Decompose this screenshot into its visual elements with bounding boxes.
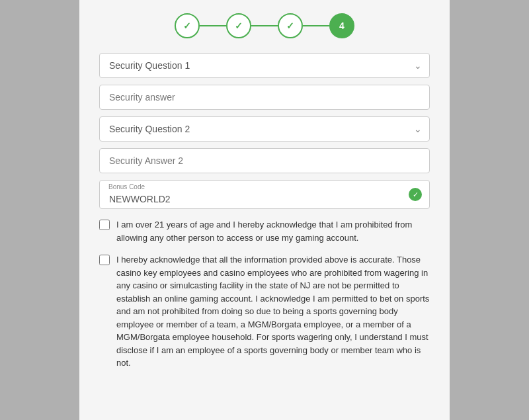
age-checkbox[interactable] — [99, 220, 110, 230]
security-answer-1-input[interactable] — [99, 85, 430, 110]
security-question-2-select[interactable]: Security Question 2 — [99, 116, 430, 142]
step-2: ✓ — [226, 13, 251, 38]
info-checkbox-label[interactable]: I hereby acknowledge that all the inform… — [116, 253, 430, 370]
bonus-code-input[interactable] — [99, 180, 430, 209]
step-1: ✓ — [175, 13, 200, 38]
age-checkbox-item: I am over 21 years of age and I hereby a… — [99, 218, 430, 244]
step-line-3 — [303, 25, 329, 26]
info-checkbox[interactable] — [99, 255, 110, 265]
step-line-2 — [251, 25, 278, 26]
step-4: 4 — [329, 13, 354, 38]
security-question-1-group: Security Question 1 ⌄ — [99, 53, 430, 78]
bonus-code-group: Bonus Code ✓ — [99, 180, 430, 209]
stepper: ✓ ✓ ✓ 4 — [99, 13, 430, 38]
security-question-1-select[interactable]: Security Question 1 — [99, 53, 430, 78]
bonus-code-label: Bonus Code — [108, 183, 145, 190]
bonus-check-icon: ✓ — [409, 188, 422, 201]
step-line-1 — [200, 25, 226, 26]
security-question-2-group: Security Question 2 ⌄ — [99, 116, 430, 142]
checkboxes-section: I am over 21 years of age and I hereby a… — [99, 218, 430, 370]
page-container: ✓ ✓ ✓ 4 Security Question 1 ⌄ Security Q… — [79, 0, 450, 420]
security-answer-2-group — [99, 148, 430, 173]
step-3: ✓ — [278, 13, 303, 38]
age-checkbox-label[interactable]: I am over 21 years of age and I hereby a… — [116, 218, 430, 244]
info-checkbox-item: I hereby acknowledge that all the inform… — [99, 253, 430, 370]
security-answer-2-input[interactable] — [99, 148, 430, 173]
security-answer-1-group — [99, 85, 430, 110]
